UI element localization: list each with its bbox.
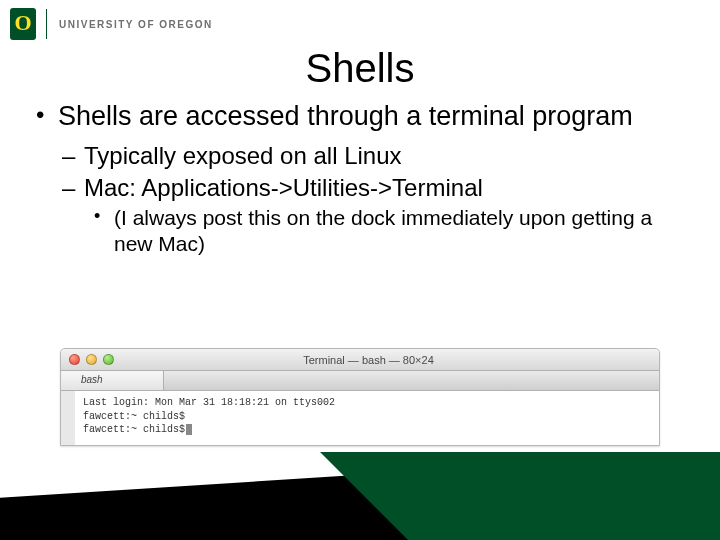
header-divider xyxy=(46,9,47,39)
terminal-titlebar: Terminal — bash — 80×24 xyxy=(61,349,659,371)
terminal-body: Last login: Mon Mar 31 18:18:21 on ttys0… xyxy=(61,391,659,445)
footer-black-shape xyxy=(0,452,720,540)
slide: UNIVERSITY OF OREGON Shells Shells are a… xyxy=(0,0,720,540)
terminal-line: fawcett:~ childs$ xyxy=(83,423,651,437)
bullet-level-1: Shells are accessed through a terminal p… xyxy=(34,101,686,133)
uo-logo-icon xyxy=(10,8,36,40)
institution-name: UNIVERSITY OF OREGON xyxy=(59,19,213,30)
slide-title: Shells xyxy=(0,40,720,101)
bullet-level-2: Mac: Applications->Utilities->Terminal xyxy=(34,173,686,203)
terminal-line: fawcett:~ childs$ xyxy=(83,410,651,424)
cursor-icon xyxy=(186,424,192,435)
slide-content: Shells are accessed through a terminal p… xyxy=(0,101,720,257)
close-icon xyxy=(69,354,80,365)
terminal-title-text: Terminal — bash — 80×24 xyxy=(86,354,651,366)
bullet-level-2: Typically exposed on all Linux xyxy=(34,141,686,171)
terminal-window: Terminal — bash — 80×24 bash Last login:… xyxy=(60,348,660,446)
terminal-line: Last login: Mon Mar 31 18:18:21 on ttys0… xyxy=(83,396,651,410)
terminal-screenshot: Terminal — bash — 80×24 bash Last login:… xyxy=(60,348,660,446)
terminal-prompt: fawcett:~ childs$ xyxy=(83,424,185,435)
bullet-level-3: (I always post this on the dock immediat… xyxy=(34,205,686,258)
terminal-tab: bash xyxy=(61,371,164,390)
terminal-tabbar: bash xyxy=(61,371,659,391)
footer-green-shape xyxy=(320,452,720,540)
slide-header: UNIVERSITY OF OREGON xyxy=(0,0,720,40)
footer-decoration xyxy=(0,440,720,540)
